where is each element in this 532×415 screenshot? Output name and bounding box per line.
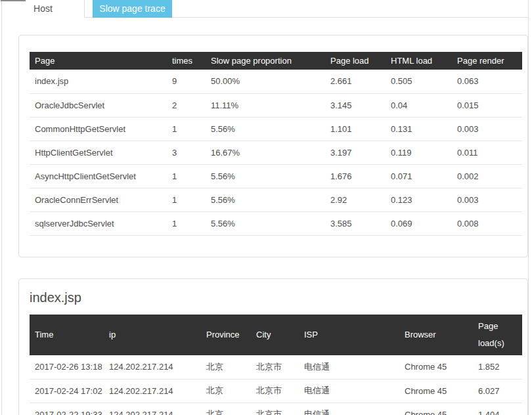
table-cell: 0.119 (386, 141, 452, 164)
table-row[interactable]: HttpClientGetServlet316.67%3.1970.1190.0… (30, 141, 522, 164)
column-header-page: Page (30, 52, 167, 70)
page-detail-table-header: Time ip Province City ISP Browser Page l… (30, 315, 522, 355)
table-cell: 电信通 (299, 379, 399, 403)
column-header-browser: Browser (399, 315, 473, 355)
table-cell: 北京 (201, 355, 251, 379)
table-cell: 0.069 (386, 211, 452, 235)
table-cell: 9 (167, 70, 206, 93)
column-header-city: City (251, 315, 299, 355)
table-row: 2017-02-22 19:33124.202.217.214北京北京市电信通C… (30, 403, 522, 415)
table-cell: 5.56% (206, 211, 325, 235)
table-cell: 0.003 (452, 117, 522, 141)
table-cell: 124.202.217.214 (104, 403, 201, 415)
table-cell: 1.852 (473, 355, 522, 379)
column-header-isp: ISP (299, 315, 399, 355)
table-row: 2017-02-26 13:18124.202.217.214北京北京市电信通C… (30, 355, 522, 379)
table-cell: OracleConnErrServlet (30, 188, 167, 211)
table-cell: 1.676 (325, 164, 386, 188)
table-cell: 124.202.217.214 (104, 355, 201, 379)
table-cell: 5.56% (206, 117, 325, 141)
table-cell: 50.00% (206, 70, 325, 93)
slow-pages-table-header: Page times Slow page proportion Page loa… (30, 52, 522, 70)
table-row: 2017-02-24 17:02124.202.217.214北京北京市电信通C… (30, 379, 522, 403)
table-cell: OracleJdbcServlet (30, 93, 167, 117)
table-cell: 0.123 (386, 188, 452, 211)
table-cell: 电信通 (299, 403, 399, 415)
table-cell: 0.015 (452, 93, 522, 117)
table-cell: 0.131 (386, 117, 452, 141)
table-cell: 2017-02-22 19:33 (30, 403, 104, 415)
table-cell: 1 (167, 188, 206, 211)
column-header-ip: ip (104, 315, 201, 355)
table-cell: 2 (167, 93, 206, 117)
column-header-province: Province (201, 315, 251, 355)
column-header-times: times (167, 52, 206, 70)
table-row[interactable]: AsyncHttpClientGetServlet15.56%1.6760.07… (30, 164, 522, 188)
table-cell: 1.101 (325, 117, 386, 141)
page-container: Host Slow page trace Page times Slow pag… (1, 0, 529, 415)
table-cell: 11.11% (206, 93, 325, 117)
table-cell: 3 (167, 141, 206, 164)
table-cell: 北京市 (251, 379, 299, 403)
column-header-html-load: HTML load (386, 52, 452, 70)
table-cell: 124.202.217.214 (104, 379, 201, 403)
column-header-page-render: Page render (452, 52, 522, 70)
table-cell: 0.011 (452, 141, 522, 164)
table-row[interactable]: OracleConnErrServlet15.56%2.920.1230.003 (30, 188, 522, 211)
table-cell: 1.404 (473, 403, 522, 415)
table-cell: 2.661 (325, 70, 386, 93)
table-cell: 3.145 (325, 93, 386, 117)
tab-host[interactable]: Host (2, 0, 85, 18)
table-row[interactable]: index.jsp950.00%2.6610.5050.063 (30, 70, 522, 93)
table-cell: Chrome 45 (399, 355, 473, 379)
slow-pages-table: Page times Slow page proportion Page loa… (30, 52, 522, 236)
detail-panel-title: index.jsp (30, 290, 521, 305)
table-cell: HttpClientGetServlet (30, 141, 167, 164)
table-cell: 2017-02-26 13:18 (30, 355, 104, 379)
table-cell: 0.003 (452, 188, 522, 211)
table-cell: AsyncHttpClientGetServlet (30, 164, 167, 188)
table-cell: 北京市 (251, 355, 299, 379)
slow-pages-table-body: index.jsp950.00%2.6610.5050.063OracleJdb… (30, 70, 522, 235)
table-cell: Chrome 45 (399, 379, 473, 403)
tab-spacer (85, 0, 93, 17)
table-cell: 6.027 (473, 379, 522, 403)
table-cell: 1 (167, 211, 206, 235)
tab-slow-page-trace[interactable]: Slow page trace (93, 0, 172, 18)
slow-pages-panel: Page times Slow page proportion Page loa… (18, 35, 528, 257)
table-cell: 电信通 (299, 355, 399, 379)
column-header-time: Time (30, 315, 104, 355)
table-cell: 北京 (201, 379, 251, 403)
table-cell: 2.92 (325, 188, 386, 211)
table-cell: 1 (167, 164, 206, 188)
table-cell: 北京市 (251, 403, 299, 415)
table-cell: 2017-02-24 17:02 (30, 379, 104, 403)
table-cell: sqlserverJdbcServlet (30, 211, 167, 235)
tab-bar: Host Slow page trace (2, 0, 528, 18)
column-header-page-load-s: Page load(s) (473, 315, 522, 355)
table-row[interactable]: sqlserverJdbcServlet15.56%3.5850.0690.00… (30, 211, 522, 235)
top-left-divider (1, 0, 26, 1)
table-cell: 北京 (201, 403, 251, 415)
table-cell: 3.585 (325, 211, 386, 235)
table-cell: 0.063 (452, 70, 522, 93)
page-detail-panel: index.jsp Time ip Province City ISP Brow… (18, 278, 528, 415)
page-detail-table: Time ip Province City ISP Browser Page l… (30, 315, 522, 415)
table-cell: 0.04 (386, 93, 452, 117)
table-cell: CommonHttpGetServlet (30, 117, 167, 141)
page-detail-table-body: 2017-02-26 13:18124.202.217.214北京北京市电信通C… (30, 355, 522, 415)
table-row[interactable]: OracleJdbcServlet211.11%3.1450.040.015 (30, 93, 522, 117)
table-cell: index.jsp (30, 70, 167, 93)
table-cell: 0.002 (452, 164, 522, 188)
table-cell: 0.505 (386, 70, 452, 93)
table-cell: 5.56% (206, 164, 325, 188)
table-cell: 16.67% (206, 141, 325, 164)
table-row[interactable]: CommonHttpGetServlet15.56%1.1010.1310.00… (30, 117, 522, 141)
table-cell: Chrome 45 (399, 403, 473, 415)
table-cell: 5.56% (206, 188, 325, 211)
column-header-proportion: Slow page proportion (206, 52, 325, 70)
table-cell: 0.071 (386, 164, 452, 188)
table-cell: 0.008 (452, 211, 522, 235)
table-cell: 3.197 (325, 141, 386, 164)
column-header-page-load: Page load (325, 52, 386, 70)
